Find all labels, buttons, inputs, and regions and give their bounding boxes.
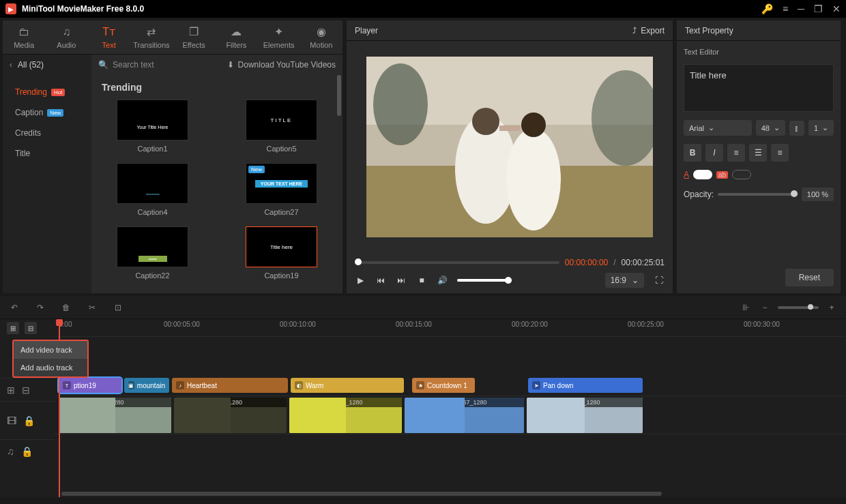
video-clip[interactable]: ▣loves-4329036_1280 xyxy=(174,398,287,433)
add-audio-track-item[interactable]: Add audio track xyxy=(14,359,87,376)
preview-image[interactable] xyxy=(366,57,653,237)
text-color-swatch[interactable] xyxy=(693,170,712,179)
seek-bar[interactable] xyxy=(355,261,559,264)
tab-effects[interactable]: ❐Effects xyxy=(173,20,215,54)
search-input[interactable]: 🔍Search text xyxy=(98,60,220,70)
sidebar-item-credits[interactable]: Credits xyxy=(3,123,91,143)
tab-transitions[interactable]: ⇄Transitions xyxy=(130,20,173,54)
align-center-button[interactable]: ☰ xyxy=(749,144,767,162)
track-options-button[interactable]: ⊟ xyxy=(25,322,37,334)
volume-slider[interactable] xyxy=(457,279,512,282)
gallery-item[interactable]: ━━━━━Caption4 xyxy=(102,163,203,216)
thumb-label: Caption27 xyxy=(264,208,298,216)
zoom-slider[interactable] xyxy=(778,306,819,309)
zoom-out-button[interactable]: − xyxy=(759,301,771,314)
reset-button[interactable]: Reset xyxy=(785,269,834,286)
volume-icon[interactable]: 🔊 xyxy=(437,275,448,286)
sidebar-item-caption[interactable]: CaptionNew xyxy=(3,102,91,123)
sidebar-collapse[interactable]: All (52) xyxy=(3,55,91,75)
spacing-select[interactable]: 1⌄ xyxy=(808,120,834,136)
prev-frame-button[interactable]: ⏮ xyxy=(375,275,386,286)
effect-clip[interactable]: ➤Pan down xyxy=(528,378,643,393)
tab-filters[interactable]: ☁Filters xyxy=(215,20,257,54)
next-frame-button[interactable]: ⏭ xyxy=(396,275,407,286)
tab-text[interactable]: TᴛText xyxy=(88,20,130,54)
effect-clip[interactable]: ◐Warm xyxy=(291,378,404,393)
font-select[interactable]: Arial⌄ xyxy=(684,120,752,136)
track-lock-icon[interactable]: ⊟ xyxy=(22,385,30,396)
effect-clip[interactable]: ▣mountain xyxy=(124,378,169,393)
delete-button[interactable]: 🗑 xyxy=(60,301,72,314)
add-track-menu: Add video track Add audio track xyxy=(12,340,89,378)
app-title: MiniTool MovieMaker Free 8.0.0 xyxy=(22,4,761,14)
opacity-slider[interactable] xyxy=(718,193,798,196)
fullscreen-button[interactable]: ⛶ xyxy=(654,275,665,286)
crop-button[interactable]: ⊡ xyxy=(112,301,124,314)
add-video-track-item[interactable]: Add video track xyxy=(14,341,87,359)
redo-button[interactable]: ↷ xyxy=(34,301,46,314)
search-icon: 🔍 xyxy=(98,60,108,70)
play-button[interactable]: ▶ xyxy=(355,275,366,286)
track-lock-icon[interactable]: 🔒 xyxy=(23,415,35,426)
video-track[interactable]: ▣love-6575234_1280▣loves-4329036_1280▣fl… xyxy=(55,396,846,434)
svg-point-3 xyxy=(373,63,428,145)
template-thumb[interactable]: ━━━━━ xyxy=(117,163,188,204)
effect-clip[interactable]: Tption19 xyxy=(59,378,121,393)
undo-button[interactable]: ↶ xyxy=(8,301,20,314)
minimize-icon[interactable]: ─ xyxy=(798,3,804,14)
tab-audio[interactable]: ♫Audio xyxy=(45,20,87,54)
effect-clip[interactable]: ★Countdown 1 xyxy=(412,378,475,393)
add-track-button[interactable]: ⊞ xyxy=(7,322,19,334)
template-thumb[interactable]: TITLE xyxy=(246,100,317,140)
audio-track[interactable] xyxy=(55,434,846,457)
key-icon[interactable]: 🔑 xyxy=(761,3,773,14)
sidebar-item-title[interactable]: Title xyxy=(3,143,91,164)
gallery-scrollbar[interactable] xyxy=(337,75,341,116)
italic-button[interactable]: I xyxy=(705,144,723,162)
template-thumb[interactable]: ━━━ xyxy=(117,226,188,267)
timeline-scrollbar[interactable] xyxy=(61,492,662,496)
gallery-item[interactable]: Title hereCaption19 xyxy=(231,226,332,280)
highlight-color-swatch[interactable] xyxy=(732,170,751,179)
video-clip[interactable]: ▣seagull-8320687_1280 xyxy=(527,398,643,433)
template-thumb[interactable]: Title here xyxy=(246,226,317,267)
download-youtube-link[interactable]: ⬇Download YouTube Videos xyxy=(227,60,336,70)
chevron-down-icon: ⌄ xyxy=(632,276,639,285)
close-icon[interactable]: ✕ xyxy=(832,3,841,14)
tab-motion[interactable]: ◉Motion xyxy=(300,20,342,54)
size-select[interactable]: 48⌄ xyxy=(756,120,785,136)
video-clip[interactable]: ▣flowers-8763039_1280 xyxy=(289,398,402,433)
tab-media[interactable]: 🗀Media xyxy=(3,20,45,54)
align-right-button[interactable]: ≡ xyxy=(771,144,789,162)
menu-icon[interactable]: ≡ xyxy=(783,3,788,14)
export-button[interactable]: ⤴Export xyxy=(632,26,665,35)
stop-button[interactable]: ■ xyxy=(416,275,427,286)
tab-elements[interactable]: ✦Elements xyxy=(258,20,300,54)
template-thumb[interactable]: Your Title Here xyxy=(117,100,188,140)
seek-thumb[interactable] xyxy=(355,258,362,265)
aspect-ratio-select[interactable]: 16:9⌄ xyxy=(605,273,644,288)
zoom-in-button[interactable]: + xyxy=(826,301,838,314)
gallery-item[interactable]: ━━━Caption22 xyxy=(102,226,203,280)
player-controls: 00:00:00:00 / 00:00:25:01 ▶ ⏮ ⏭ ■ 🔊 16:9… xyxy=(347,252,673,293)
sidebar-item-trending[interactable]: TrendingHot xyxy=(3,82,91,102)
gallery-item[interactable]: TITLECaption5 xyxy=(231,100,332,153)
maximize-icon[interactable]: ❐ xyxy=(814,3,823,14)
template-thumb[interactable]: NewYOUR TEXT HERE xyxy=(246,163,317,204)
fit-zoom-button[interactable]: ⊪ xyxy=(740,301,752,314)
gallery-item[interactable]: Your Title HereCaption1 xyxy=(102,100,203,153)
line-spacing-select[interactable]: ⫿ xyxy=(789,121,804,136)
effect-clip[interactable]: ♪Heartbeat xyxy=(172,378,288,393)
time-ruler[interactable]: 0:00 00:00:05:00 00:00:10:00 00:00:15:00… xyxy=(55,319,846,337)
track-lock-icon[interactable]: 🔒 xyxy=(21,446,33,457)
timeline-tracks[interactable]: 0:00 00:00:05:00 00:00:10:00 00:00:15:00… xyxy=(55,319,846,497)
bold-button[interactable]: B xyxy=(684,144,701,162)
split-button[interactable]: ✂ xyxy=(86,301,98,314)
video-clip[interactable]: ▣mountains-8326967_1280 xyxy=(405,398,524,433)
effects-track[interactable]: Tption19▣mountain♪Heartbeat◐Warm★Countdo… xyxy=(55,378,846,394)
align-left-button[interactable]: ≡ xyxy=(727,144,745,162)
gallery-item[interactable]: NewYOUR TEXT HERECaption27 xyxy=(231,163,332,216)
titlebar-controls: 🔑 ≡ ─ ❐ ✕ xyxy=(761,3,841,14)
text-editor-input[interactable] xyxy=(684,64,834,112)
video-clip[interactable]: ▣love-6575234_1280 xyxy=(59,398,171,433)
